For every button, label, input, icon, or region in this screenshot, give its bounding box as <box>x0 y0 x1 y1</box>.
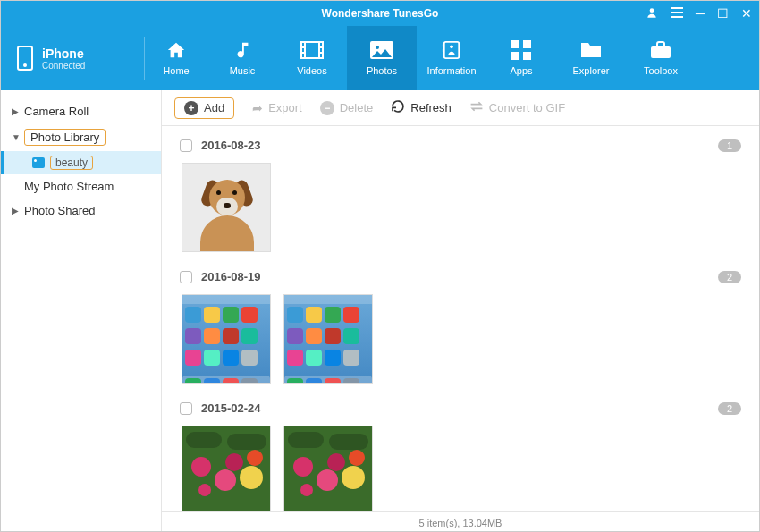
window-controls: ─ ☐ ✕ <box>646 6 752 21</box>
plus-icon: + <box>184 101 198 115</box>
apps-icon <box>509 40 534 60</box>
photo-thumbnail[interactable] <box>182 163 271 252</box>
close-button[interactable]: ✕ <box>741 7 752 20</box>
device-status: Connected <box>42 61 85 71</box>
photo-thumbnail[interactable] <box>283 294 373 384</box>
tab-music[interactable]: Music <box>207 26 277 90</box>
refresh-button[interactable]: Refresh <box>391 99 452 116</box>
sidebar-item-photo-shared[interactable]: ▶ Photo Shared <box>1 198 161 223</box>
sidebar: ▶ Camera Roll ▼ Photo Library beauty My … <box>1 90 162 532</box>
group-count-badge: 1 <box>718 139 741 152</box>
export-icon: ➦ <box>252 101 263 115</box>
sidebar-label: Photo Library <box>24 129 106 146</box>
device-box[interactable]: iPhone Connected <box>1 26 144 90</box>
svg-point-12 <box>376 46 379 49</box>
caret-right-icon: ▶ <box>12 106 19 116</box>
sidebar-label: My Photo Stream <box>24 180 114 193</box>
svg-rect-5 <box>301 42 305 58</box>
add-button[interactable]: + Add <box>174 97 234 119</box>
tab-toolbox-label: Toolbox <box>644 65 678 76</box>
status-text: 5 item(s), 13.04MB <box>419 518 502 528</box>
maximize-button[interactable]: ☐ <box>717 7 729 20</box>
nav-bar: iPhone Connected Home Music Videos Photo… <box>1 26 759 90</box>
group-date: 2016-08-23 <box>201 139 261 152</box>
information-icon <box>439 40 464 60</box>
tab-explorer-label: Explorer <box>573 65 610 76</box>
svg-rect-13 <box>444 42 460 58</box>
phone-icon <box>17 46 33 71</box>
sidebar-label: Camera Roll <box>24 105 89 118</box>
sidebar-item-beauty[interactable]: beauty <box>1 151 161 174</box>
refresh-icon <box>391 99 405 116</box>
tab-explorer[interactable]: Explorer <box>556 26 626 90</box>
photos-icon <box>369 40 394 60</box>
refresh-label: Refresh <box>410 101 452 114</box>
menu-icon[interactable] <box>671 7 683 20</box>
main-panel: + Add ➦ Export − Delete Refresh Convert … <box>162 90 759 532</box>
toolbox-icon <box>648 40 673 60</box>
group-checkbox[interactable] <box>180 139 192 152</box>
explorer-icon <box>578 40 604 60</box>
delete-button[interactable]: − Delete <box>320 101 374 115</box>
tab-music-label: Music <box>230 65 256 76</box>
caret-right-icon: ▶ <box>12 206 19 215</box>
convert-to-gif-button[interactable]: Convert to GIF <box>469 100 565 115</box>
export-button[interactable]: ➦ Export <box>252 101 302 115</box>
toolbar: + Add ➦ Export − Delete Refresh Convert … <box>162 90 759 126</box>
home-icon <box>164 40 189 60</box>
photo-content[interactable]: 2016-08-23 1 2016-08-19 2 <box>162 126 759 511</box>
photo-thumbnail[interactable] <box>182 294 271 384</box>
svg-rect-3 <box>671 16 683 18</box>
photo-thumbnail[interactable] <box>283 426 373 511</box>
sidebar-item-my-photo-stream[interactable]: My Photo Stream <box>1 174 161 198</box>
svg-rect-18 <box>523 40 531 48</box>
tab-home[interactable]: Home <box>145 26 207 90</box>
delete-label: Delete <box>340 101 374 114</box>
export-label: Export <box>268 101 302 114</box>
title-bar: Wondershare TunesGo ─ ☐ ✕ <box>1 1 759 26</box>
convert-label: Convert to GIF <box>489 101 565 114</box>
group-count-badge: 2 <box>718 402 741 415</box>
svg-rect-16 <box>443 49 444 52</box>
nav-tabs: Home Music Videos Photos Information App… <box>145 26 759 90</box>
svg-point-0 <box>650 8 654 13</box>
minimize-button[interactable]: ─ <box>696 7 705 20</box>
svg-rect-1 <box>671 7 683 9</box>
tab-home-label: Home <box>163 65 189 76</box>
svg-rect-20 <box>523 52 531 60</box>
tab-videos[interactable]: Videos <box>277 26 347 90</box>
sidebar-label: beauty <box>50 156 93 170</box>
sidebar-label: Photo Shared <box>24 204 96 217</box>
group-checkbox[interactable] <box>180 402 192 415</box>
picture-icon <box>32 157 45 168</box>
svg-rect-21 <box>651 46 671 58</box>
convert-icon <box>469 100 484 115</box>
tab-information-label: Information <box>426 65 476 76</box>
videos-icon <box>300 40 325 60</box>
group-checkbox[interactable] <box>180 271 192 283</box>
minus-icon: − <box>320 101 334 115</box>
svg-point-14 <box>450 46 453 49</box>
music-icon <box>230 40 255 60</box>
sidebar-item-photo-library[interactable]: ▼ Photo Library <box>1 123 161 151</box>
tab-toolbox[interactable]: Toolbox <box>626 26 696 90</box>
group-date: 2016-08-19 <box>201 270 261 283</box>
group-header: 2015-02-24 2 <box>180 398 741 418</box>
svg-rect-6 <box>319 42 323 58</box>
tab-information[interactable]: Information <box>417 26 486 90</box>
tab-videos-label: Videos <box>297 65 326 76</box>
group-count-badge: 2 <box>718 271 741 283</box>
tab-apps[interactable]: Apps <box>486 26 556 90</box>
tab-photos-label: Photos <box>367 65 397 76</box>
sidebar-item-camera-roll[interactable]: ▶ Camera Roll <box>1 99 161 123</box>
tab-apps-label: Apps <box>510 65 532 76</box>
svg-rect-19 <box>511 52 519 60</box>
status-bar: 5 item(s), 13.04MB <box>162 511 759 532</box>
svg-rect-17 <box>511 40 519 48</box>
photo-thumbnail[interactable] <box>182 426 271 511</box>
app-title: Wondershare TunesGo <box>322 7 439 20</box>
group-header: 2016-08-19 2 <box>180 266 741 287</box>
tab-photos[interactable]: Photos <box>347 26 417 90</box>
group-header: 2016-08-23 1 <box>180 135 741 156</box>
user-icon[interactable] <box>646 6 658 21</box>
